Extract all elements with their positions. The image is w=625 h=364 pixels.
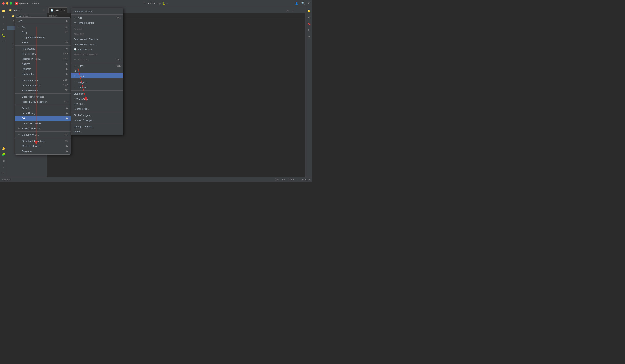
history-icon: 🕐 (74, 48, 76, 51)
minimize-button[interactable] (6, 2, 8, 4)
sidebar-item-commit[interactable]: ≡ (1, 14, 6, 20)
menu-item-copy[interactable]: Copy ⌘C (15, 30, 71, 35)
right-sidebar-db[interactable]: 🗄 (307, 28, 312, 33)
menu-item-git[interactable]: Git ▶ (15, 116, 71, 121)
sidebar-item-branches[interactable]: ⑂ (1, 21, 6, 26)
gear-icon[interactable]: ⚙ (43, 9, 45, 11)
encoding[interactable]: UTF-8 (288, 178, 294, 181)
close-button[interactable] (2, 2, 4, 4)
right-sidebar-bookmarks[interactable]: 🔖 (307, 21, 312, 26)
submenu-item-reset-head[interactable]: Reset HEAD... (71, 106, 123, 111)
sidebar-item-settings2[interactable]: ⚙ (1, 170, 6, 175)
chevron-right-icon: ▶ (13, 19, 14, 21)
settings-icon[interactable]: ⚙ (308, 2, 310, 5)
menu-item-build-module[interactable]: Build Module 'git-test' (15, 94, 71, 99)
menu-item-cut[interactable]: ✂ Cut ⌘X (15, 25, 71, 30)
menu-diagrams-label: Diagrams (22, 150, 32, 153)
current-file-label[interactable]: Current File (143, 2, 155, 5)
menu-item-reload[interactable]: ↻ Reload from Disk (15, 126, 71, 131)
more-icon[interactable]: ⋯ (167, 2, 169, 5)
submenu-item-rebase[interactable]: ↑ Rebase... (71, 85, 123, 90)
sidebar-item-help[interactable]: ? (1, 164, 6, 169)
submenu-item-branches[interactable]: Branches... (71, 91, 123, 96)
menu-item-repair-ide[interactable]: Repair IDE on File (15, 121, 71, 126)
sidebar-item-more[interactable]: ⋯ (1, 39, 6, 44)
root-path: ~/works... (22, 15, 31, 17)
submenu-item-show-history[interactable]: 🕐 Show History (71, 47, 123, 52)
submenu-item-show-diff[interactable]: Show Diff (71, 32, 123, 37)
debug-icon[interactable]: 🐛 (162, 2, 165, 5)
submenu-item-push[interactable]: ↑ Push... ⇧⌘K (71, 63, 123, 68)
menu-item-remove-module[interactable]: Remove Module ⌦ (15, 88, 71, 93)
sidebar-item-plugins[interactable]: 🧩 (1, 152, 6, 157)
merge-icon: ↑ (74, 81, 76, 84)
menu-item-refactor[interactable]: Refactor ▶ (15, 66, 71, 71)
submenu-item-git-exclude[interactable]: ⊘ .git/info/exclude (71, 20, 123, 25)
indent-settings[interactable]: ⎸ (297, 178, 299, 181)
menu-item-new[interactable]: New ▶ (15, 18, 71, 23)
menu-item-find-files[interactable]: Find in Files... ⇧⌘F (15, 51, 71, 56)
menu-item-copy-path[interactable]: Copy Path/Reference... (15, 35, 71, 40)
menu-item-analyze[interactable]: Analyze ▶ (15, 61, 71, 66)
submenu-item-show-current-rev[interactable]: Show Current Revision (71, 52, 123, 57)
line-ending[interactable]: LF (282, 178, 285, 181)
submenu-item-manage-remotes[interactable]: Manage Remotes... (71, 124, 123, 129)
indent-value[interactable]: 4 spaces (302, 178, 310, 181)
menu-item-paste[interactable]: Paste ⌘V (15, 40, 71, 45)
sidebar-item-run[interactable]: ▶ (1, 27, 6, 32)
submenu-item-pull[interactable]: Pull... (71, 68, 123, 73)
person-icon[interactable]: 👤 (295, 2, 298, 5)
menu-find-files-label: Find in Files... (22, 53, 36, 55)
menu-item-replace-files[interactable]: Replace in Files... ⇧⌘R (15, 56, 71, 61)
menu-item-compare[interactable]: ↔ Compare With... ⌘D (15, 132, 71, 137)
commit-dir-label: Commit Directory... (74, 10, 94, 13)
close-editor-button[interactable]: ✕ (291, 8, 295, 13)
compare-icon: ↔ (18, 133, 20, 136)
submenu-item-new-tag[interactable]: New Tag... (71, 101, 123, 106)
menu-item-find-usages[interactable]: Find Usages ⌥F7 (15, 46, 71, 51)
position-display[interactable]: 2:18 (275, 178, 280, 181)
statusbar-right: 2:18 LF UTF-8 ⎸ 4 spaces (275, 178, 310, 181)
sidebar-item-debug[interactable]: 🐛 (1, 33, 6, 38)
search-icon[interactable]: 🔍 (301, 2, 305, 5)
menu-item-mark-dir[interactable]: Mark Directory as ▶ (15, 143, 71, 149)
chevron-icon: ▾ (21, 9, 22, 11)
tab-close-button[interactable]: ✕ (63, 9, 65, 12)
git-icon: ⑂ (2, 178, 3, 181)
sidebar-item-terminal[interactable]: ⊞ (1, 158, 6, 163)
project-selector[interactable]: git-test ▾ (19, 2, 28, 5)
menu-item-rebuild-module[interactable]: Rebuild Module 'git-test' ⇧F9 (15, 99, 71, 104)
submenu-item-clone[interactable]: Clone... (71, 129, 123, 134)
right-sidebar-m[interactable]: m (307, 34, 312, 39)
right-sidebar-ai[interactable]: AI (307, 15, 312, 20)
breadcrumb-text: Hello.txt (49, 15, 57, 17)
submenu-item-unstash[interactable]: Unstash Changes... (71, 118, 123, 123)
menu-item-bookmarks[interactable]: Bookmarks ▶ (15, 71, 71, 77)
statusbar-git[interactable]: ⑂ git-test (2, 178, 11, 181)
branch-selector[interactable]: ⑂ test ▾ (32, 2, 39, 5)
sidebar-item-folder[interactable]: 📁 (1, 8, 6, 13)
submenu-item-compare-revision[interactable]: Compare with Revision... (71, 37, 123, 42)
menu-item-module-settings[interactable]: Open Module Settings ⌘↓ (15, 139, 71, 143)
split-editor-button[interactable]: ⧉ (286, 8, 290, 13)
submenu-item-add[interactable]: + Add ⇧⌘A (71, 15, 123, 20)
menu-reload-label: Reload from Disk (22, 127, 40, 130)
sidebar-item-notifications[interactable]: 🔔 (1, 146, 6, 151)
submenu-item-stash[interactable]: Stash Changes... (71, 112, 123, 118)
submenu-item-compare-branch[interactable]: Compare with Branch... (71, 42, 123, 47)
menu-item-reformat[interactable]: Reformat Code ⌥⌘L (15, 78, 71, 83)
menu-item-optimize[interactable]: Optimize Imports ^⌥O (15, 83, 71, 88)
tab-hello[interactable]: 📄 Hello.txt ✕ (48, 7, 67, 13)
submenu-item-new-branch[interactable]: New Branch... (71, 96, 123, 101)
submenu-item-fetch[interactable]: ↓ Fetch (71, 73, 123, 79)
submenu-item-merge[interactable]: ↑ Merge... (71, 80, 123, 85)
menu-item-diagrams[interactable]: Diagrams ▶ (15, 149, 71, 154)
run-icon[interactable]: ▶ (159, 2, 161, 5)
submenu-item-rollback[interactable]: ↩ Rollback... ⌥⌘Z (71, 57, 123, 62)
menu-item-open-in[interactable]: Open In ▶ (15, 106, 71, 111)
submenu-item-commit-dir[interactable]: Commit Directory... (71, 9, 123, 14)
submenu-item-annotate[interactable]: Annotate (71, 27, 123, 32)
right-sidebar-notifications[interactable]: 🔔 (307, 8, 312, 13)
menu-item-local-history[interactable]: Local History ▶ (15, 111, 71, 116)
maximize-button[interactable] (10, 2, 12, 4)
